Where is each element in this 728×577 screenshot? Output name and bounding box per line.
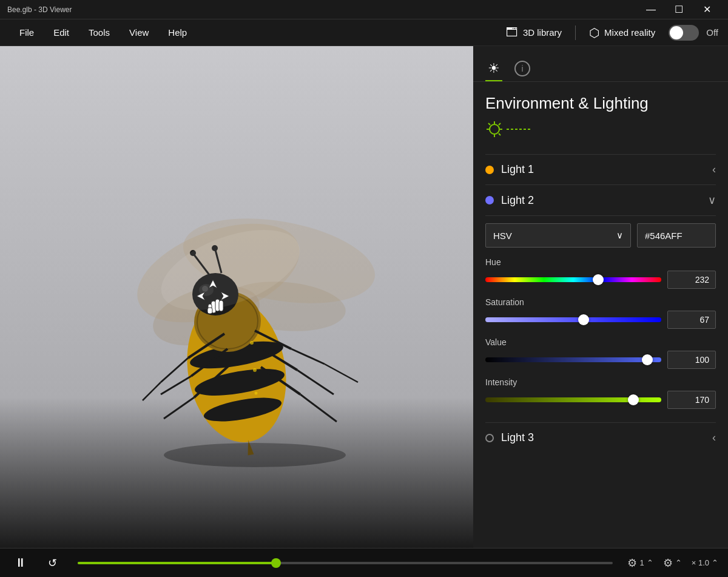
svg-point-36 [164, 443, 346, 467]
menu-help[interactable]: Help [158, 22, 197, 42]
info-tab[interactable]: i [512, 56, 533, 81]
toggle-knob [670, 26, 683, 39]
hue-track[interactable] [485, 277, 661, 282]
progress-bar[interactable] [78, 562, 613, 564]
window-title: Bee.glb - 3D Viewer [7, 5, 72, 14]
light-1-chevron[interactable]: ‹ [712, 163, 716, 176]
light-1-label: Light 1 [501, 163, 534, 176]
svg-line-53 [499, 123, 500, 125]
menu-separator [575, 25, 576, 40]
light-2-controls: HSV ∨ Hue 232 S [485, 215, 716, 422]
light-3-label: Light 3 [501, 431, 534, 444]
svg-line-52 [499, 133, 500, 135]
color-mode-select[interactable]: HSV ∨ [485, 223, 631, 248]
light-2-left: Light 2 [485, 194, 534, 207]
3d-library-button[interactable]: 🗔 3D library [500, 23, 568, 42]
light-3-left: Light 3 [485, 431, 534, 444]
fps-icon: ⚙ [627, 556, 637, 570]
saturation-track[interactable] [485, 317, 661, 322]
svg-point-33 [250, 341, 254, 345]
color-mode-label: HSV [493, 231, 512, 241]
menu-tools[interactable]: Tools [79, 22, 120, 42]
svg-line-30 [300, 394, 337, 422]
menu-bar: File Edit Tools View Help 🗔 3D library ⬡… [0, 19, 728, 46]
mixed-reality-label: Mixed reality [604, 27, 655, 38]
intensity-value[interactable]: 170 [667, 391, 716, 409]
light-1-dot [485, 166, 494, 174]
speed-control[interactable]: × 1.0 ⌃ [692, 558, 718, 567]
mixed-reality-toggle[interactable] [669, 25, 699, 41]
intensity-track[interactable] [485, 397, 661, 402]
value-slider-container: 100 [485, 351, 716, 369]
hue-value[interactable]: 232 [667, 271, 716, 289]
svg-point-46 [490, 124, 499, 134]
mixed-reality-icon: ⬡ [589, 25, 599, 40]
saturation-value[interactable]: 67 [667, 311, 716, 329]
reset-button[interactable]: ↺ [41, 552, 63, 574]
color-mode-row: HSV ∨ [485, 223, 716, 248]
quality-chevron-up[interactable]: ⌃ [675, 558, 682, 567]
playback-quality[interactable]: ⚙ ⌃ [663, 556, 682, 570]
menu-file[interactable]: File [10, 22, 44, 42]
light-3-item[interactable]: Light 3 ‹ [485, 422, 716, 453]
bee-svg [49, 176, 425, 479]
menu-right: 🗔 3D library ⬡ Mixed reality Off [500, 23, 718, 42]
toggle-state-label: Off [706, 27, 718, 38]
minimize-button[interactable]: — [637, 0, 665, 19]
hue-thumb[interactable] [593, 274, 604, 285]
lighting-decoration [485, 120, 716, 142]
panel-content: Environment & Lighting [473, 82, 728, 548]
intensity-slider-row: Intensity 170 [485, 377, 716, 409]
speed-chevron[interactable]: ⌃ [712, 558, 718, 567]
mixed-reality-button[interactable]: ⬡ Mixed reality [583, 23, 661, 42]
color-mode-chevron: ∨ [616, 230, 623, 241]
intensity-label: Intensity [485, 377, 716, 387]
progress-fill [78, 562, 276, 564]
light-2-label: Light 2 [501, 194, 534, 207]
window-controls: — ☐ ✕ [637, 0, 721, 19]
svg-line-23 [164, 397, 194, 419]
svg-point-34 [253, 368, 257, 372]
hue-slider-container: 232 [485, 271, 716, 289]
color-hex-input[interactable] [637, 223, 716, 248]
fps-control[interactable]: ⚙ 1 ⌃ [627, 556, 653, 570]
bottom-right: ⚙ 1 ⌃ ⚙ ⌃ × 1.0 ⌃ [627, 556, 718, 570]
viewport[interactable] [0, 46, 473, 548]
speed-label: × 1.0 [692, 558, 709, 567]
value-thumb[interactable] [642, 354, 653, 365]
light-3-dot [485, 434, 494, 442]
title-bar: Bee.glb - 3D Viewer — ☐ ✕ [0, 0, 728, 19]
pause-button[interactable]: ⏸ [10, 552, 32, 574]
progress-thumb[interactable] [271, 558, 281, 568]
menu-edit[interactable]: Edit [44, 22, 79, 42]
fps-chevron[interactable]: ⌃ [647, 558, 653, 567]
light-1-item[interactable]: Light 1 ‹ [485, 154, 716, 184]
svg-line-19 [143, 382, 161, 400]
light-2-item[interactable]: Light 2 ∨ [485, 184, 716, 215]
close-button[interactable]: ✕ [693, 0, 721, 19]
value-value[interactable]: 100 [667, 351, 716, 369]
menu-view[interactable]: View [120, 22, 158, 42]
saturation-slider-container: 67 [485, 311, 716, 329]
3d-library-icon: 🗔 [506, 25, 518, 39]
environment-tab[interactable]: ☀ [485, 56, 502, 81]
svg-point-35 [255, 391, 258, 394]
svg-line-51 [488, 123, 490, 125]
fps-label: 1 [639, 558, 644, 567]
value-label: Value [485, 337, 716, 347]
light-2-chevron[interactable]: ∨ [708, 194, 716, 207]
sun-icon: ☀ [488, 61, 500, 76]
intensity-thumb[interactable] [628, 394, 639, 405]
svg-line-25 [291, 349, 325, 364]
saturation-label: Saturation [485, 297, 716, 307]
maximize-button[interactable]: ☐ [665, 0, 693, 19]
light-3-chevron[interactable]: ‹ [712, 431, 716, 444]
saturation-thumb[interactable] [578, 314, 589, 325]
info-icon: i [514, 61, 530, 76]
quality-icon: ⚙ [663, 556, 673, 570]
light-2-dot [485, 196, 494, 204]
svg-line-28 [297, 370, 334, 394]
intensity-slider-container: 170 [485, 391, 716, 409]
svg-line-26 [325, 364, 358, 382]
value-track[interactable] [485, 357, 661, 362]
